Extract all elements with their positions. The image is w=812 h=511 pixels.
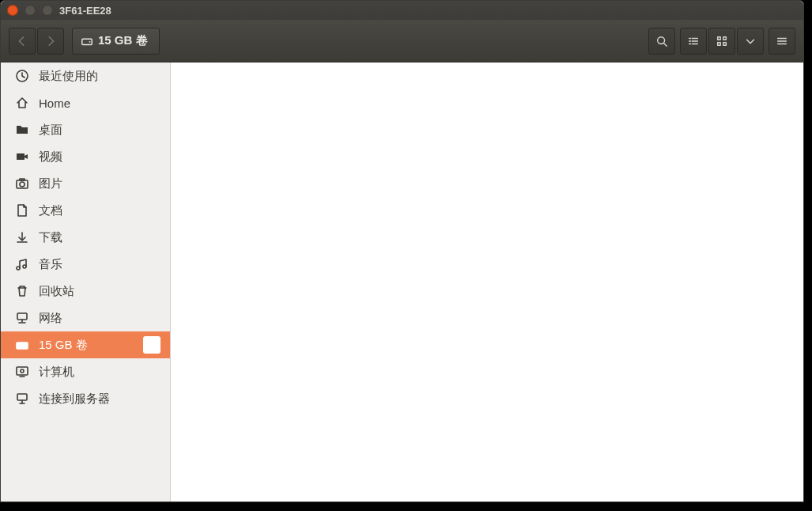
- toolbar: 15 GB 卷: [1, 20, 803, 62]
- sidebar-item-trash[interactable]: 回收站: [1, 278, 170, 305]
- sidebar-item-label: 文档: [39, 203, 161, 218]
- trash-icon: [15, 284, 29, 298]
- sidebar-item-label: 图片: [39, 176, 161, 191]
- breadcrumb: 15 GB 卷: [72, 28, 160, 55]
- folder-icon: [15, 123, 29, 137]
- sidebar-item-volume[interactable]: 15 GB 卷: [1, 331, 170, 358]
- menu-button[interactable]: [769, 28, 795, 55]
- sidebar-item-label: 网络: [39, 311, 161, 326]
- search-icon: [655, 35, 668, 47]
- sidebar-item-label: 回收站: [39, 284, 161, 299]
- forward-button[interactable]: [37, 28, 64, 55]
- view-options-button[interactable]: [737, 28, 764, 55]
- sidebar-item-connect[interactable]: 连接到服务器: [1, 385, 170, 412]
- sidebar-item-label: 15 GB 卷: [39, 338, 134, 353]
- breadcrumb-label: 15 GB 卷: [98, 33, 148, 48]
- sidebar-item-music[interactable]: 音乐: [1, 251, 170, 278]
- network-icon: [15, 311, 29, 325]
- back-button[interactable]: [9, 28, 36, 55]
- sidebar-item-label: 连接到服务器: [39, 392, 161, 407]
- sidebar-item-pictures[interactable]: 图片: [1, 170, 170, 197]
- sidebar-item-label: 音乐: [39, 257, 161, 272]
- eject-icon: [147, 340, 157, 350]
- drive-icon: [81, 35, 93, 47]
- sidebar-item-label: 最近使用的: [39, 69, 161, 84]
- list-icon: [687, 35, 700, 47]
- view-list-button[interactable]: [680, 28, 707, 55]
- document-icon: [15, 203, 29, 218]
- connect-icon: [15, 392, 29, 406]
- home-icon: [15, 96, 29, 110]
- sidebar-item-computer[interactable]: 计算机: [1, 358, 170, 385]
- sidebar-item-desktop[interactable]: 桌面: [1, 116, 170, 143]
- maximize-icon[interactable]: [42, 5, 53, 16]
- menu-icon: [776, 35, 788, 47]
- computer-icon: [15, 365, 29, 379]
- clock-icon: [15, 69, 29, 83]
- close-icon[interactable]: [7, 5, 18, 16]
- sidebar-item-downloads[interactable]: 下载: [1, 224, 170, 251]
- camera-icon: [15, 176, 29, 191]
- view-grid-button[interactable]: [708, 28, 735, 55]
- sidebar-item-recent[interactable]: 最近使用的: [1, 62, 170, 89]
- sidebar-item-label: 下载: [39, 230, 161, 245]
- titlebar[interactable]: 3F61-EE28: [1, 1, 803, 20]
- breadcrumb-current[interactable]: 15 GB 卷: [72, 28, 160, 55]
- window-title: 3F61-EE28: [59, 5, 111, 17]
- sidebar-item-documents[interactable]: 文档: [1, 197, 170, 224]
- content-area[interactable]: [171, 62, 803, 502]
- sidebar-item-videos[interactable]: 视频: [1, 143, 170, 170]
- sidebar-item-home[interactable]: Home: [1, 89, 170, 116]
- minimize-icon[interactable]: [25, 5, 36, 16]
- music-icon: [15, 257, 29, 271]
- sidebar-item-label: 视频: [39, 150, 161, 165]
- video-icon: [15, 150, 29, 164]
- file-manager-window: 3F61-EE28 15 GB 卷 最近使用的Home桌面视频图片文档下载音乐回…: [0, 0, 804, 502]
- search-button[interactable]: [648, 28, 675, 55]
- grid-icon: [716, 35, 728, 47]
- drive-icon: [15, 338, 29, 352]
- sidebar-item-label: Home: [39, 97, 161, 110]
- eject-button[interactable]: [143, 336, 161, 354]
- sidebar-item-label: 计算机: [39, 365, 161, 380]
- sidebar-item-network[interactable]: 网络: [1, 305, 170, 331]
- download-icon: [15, 230, 29, 244]
- sidebar-item-label: 桌面: [39, 123, 161, 138]
- sidebar: 最近使用的Home桌面视频图片文档下载音乐回收站网络15 GB 卷计算机连接到服…: [1, 62, 171, 502]
- chevron-down-icon: [744, 35, 757, 47]
